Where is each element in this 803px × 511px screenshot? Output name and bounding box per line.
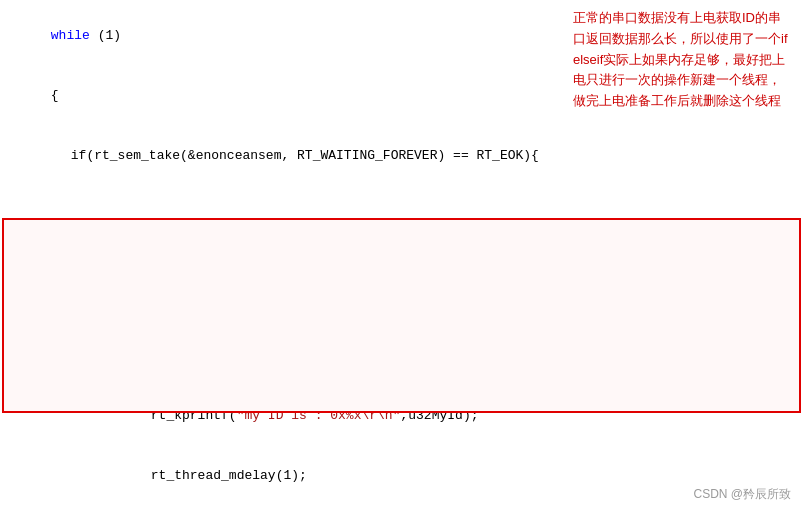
watermark-text: CSDN @矜辰所致: [693, 487, 791, 501]
code-line: Getmodule_ID(&u32MyId);: [0, 326, 803, 386]
annotation-text: 正常的串口数据没有上电获取ID的串口返回数据那么长，所以使用了一个if else…: [573, 10, 788, 108]
code-line: SendLrnTelegram();//上电发送学习报文: [0, 506, 803, 511]
code-line: if((Enocean_Data >= 38)&&(u32MyId == 0))…: [0, 266, 803, 326]
code-line: rt_thread_mdelay(1);: [0, 446, 803, 506]
code-line: if(rt_sem_take(&enonceansem, RT_WAITING_…: [0, 126, 803, 186]
code-line: rt_kprintf("my ID is : 0x%x\r\n",u32MyId…: [0, 386, 803, 446]
keyword: while: [51, 28, 90, 43]
code-area: while (1) { if(rt_sem_take(&enonceansem,…: [0, 0, 803, 511]
watermark: CSDN @矜辰所致: [693, 486, 791, 503]
annotation-box: 正常的串口数据没有上电获取ID的串口返回数据那么长，所以使用了一个if else…: [573, 8, 793, 112]
code-line: while(!rt_sem_take(&enonceansem, 10));: [0, 206, 803, 266]
code-line: [0, 186, 803, 206]
